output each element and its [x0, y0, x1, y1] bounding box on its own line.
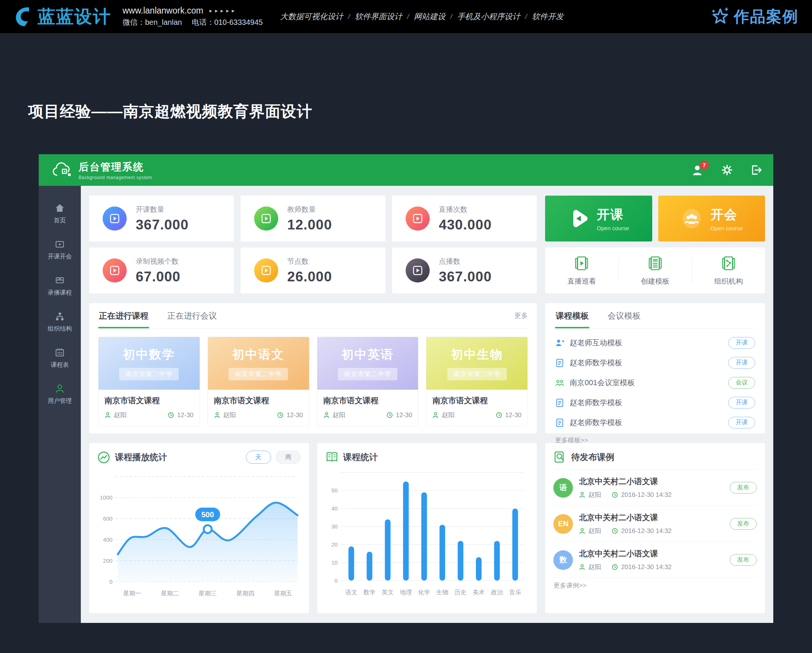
organization-icon: [720, 255, 737, 272]
play-video-icon: [261, 265, 272, 276]
course-teacher: 赵阳: [223, 411, 236, 419]
clock-icon: [168, 412, 174, 418]
publish-item: 数 北京中关村二小语文课 赵阳 2016-12-30 14:32 发布: [553, 542, 757, 578]
publish-pill[interactable]: 发布: [730, 482, 757, 494]
clock-icon: [612, 528, 618, 534]
tab-course-templates[interactable]: 课程模板: [555, 303, 589, 328]
svg-text:500: 500: [201, 511, 214, 519]
person-icon: [579, 528, 585, 534]
shortcut-live-patrol[interactable]: 直播巡看: [545, 248, 618, 294]
svg-text:美术: 美术: [473, 589, 485, 595]
svg-text:30: 30: [331, 523, 337, 530]
course-stats-panel: 课程统计 01020304050语文数学英文地理化学生物历史美术政治音乐: [317, 443, 537, 613]
stat-card-nodes: 节点数 26.000: [241, 248, 385, 294]
open-course-pill[interactable]: 开课: [728, 357, 755, 369]
bar-chart-svg: 01020304050语文数学英文地理化学生物历史美术政治音乐: [325, 466, 529, 600]
open-course-label: 开课: [597, 206, 629, 223]
gear-icon: [721, 164, 733, 176]
tab-meeting-templates[interactable]: 会议模板: [607, 303, 641, 328]
nav-item-software-ui[interactable]: 软件界面设计: [355, 11, 402, 22]
nav-separator: /: [343, 13, 355, 21]
svg-text:历史: 历史: [455, 589, 467, 595]
meeting-room-icon: [555, 378, 565, 388]
cloud-logo-icon: [50, 161, 73, 179]
course-banner-title: 初中生物: [451, 346, 504, 363]
settings-button[interactable]: [721, 164, 733, 176]
logout-button[interactable]: [751, 164, 762, 176]
create-template-icon: [647, 255, 664, 272]
open-meeting-button[interactable]: 开会 Open course: [658, 196, 765, 242]
sidebar-item-open-course-meeting[interactable]: 开课开会: [39, 232, 81, 268]
site-url: www.lanlanwork.com: [122, 6, 203, 16]
open-course-pill[interactable]: 开课: [728, 417, 755, 428]
stat-label: 录制视频个数: [136, 257, 180, 266]
phone-label: 电话：010-63334945: [192, 17, 263, 28]
sidebar-item-user-management[interactable]: 用户管理: [39, 376, 81, 412]
toggle-week[interactable]: 周: [276, 451, 301, 464]
sidebar-item-home[interactable]: 首页: [39, 196, 81, 232]
lesson-datetime: 2016-12-30 14:32: [621, 528, 672, 535]
course-card-english[interactable]: 初中英语 南京市第二中学 南京市语文课程 赵阳 12-30: [317, 336, 419, 426]
nav-separator: /: [446, 13, 457, 21]
course-card-math[interactable]: 初中数学 南京市第二中学 南京市语文课程 赵阳 12-30: [98, 336, 200, 426]
nav-item-bigdata[interactable]: 大数据可视化设计: [280, 11, 343, 22]
site-logo: 蓝蓝设计: [14, 5, 111, 29]
open-meeting-sublabel: Open course: [710, 225, 743, 231]
calendar-icon: [55, 347, 65, 358]
play-video-icon: [412, 265, 423, 276]
play-stats-panel: 课程播放统计 天 周 02004006001000星期一星期二星期三星期四星期五…: [89, 443, 309, 613]
svg-text:0: 0: [334, 577, 337, 584]
course-teacher: 赵阳: [442, 411, 455, 419]
shortcut-organization[interactable]: 组织机构: [692, 248, 765, 294]
course-time: 12-30: [505, 411, 521, 419]
tab-ongoing-courses[interactable]: 正在进行课程: [98, 303, 149, 328]
publish-pill[interactable]: 发布: [730, 554, 757, 566]
course-name: 南京市语文课程: [104, 395, 194, 406]
meeting-people-icon: [681, 207, 703, 230]
nav-item-website[interactable]: 网站建设: [414, 11, 446, 22]
svg-text:星期三: 星期三: [198, 590, 217, 596]
course-banner-title: 初中英语: [341, 346, 394, 363]
open-course-pill[interactable]: 开课: [728, 397, 755, 408]
dashboard-subtitle: Background management system: [79, 175, 152, 180]
stat-card-recorded-videos: 录制视频个数 67.000: [89, 248, 234, 294]
course-teacher: 赵阳: [333, 411, 345, 419]
svg-text:化学: 化学: [418, 589, 430, 595]
sidebar-item-schedule[interactable]: 课程表: [39, 340, 81, 376]
org-chart-icon: [55, 311, 65, 322]
open-course-pill[interactable]: 开课: [728, 337, 755, 349]
person-icon: [579, 564, 585, 570]
sidebar-item-organization[interactable]: 组织结构: [39, 304, 81, 340]
stat-value: 430.000: [439, 217, 492, 233]
more-link[interactable]: 更多: [514, 311, 528, 320]
course-school-tag: 南京市第二中学: [119, 368, 179, 380]
shortcut-create-template[interactable]: 创建模板: [619, 248, 692, 294]
tab-ongoing-meetings[interactable]: 正在进行会议: [166, 303, 218, 328]
nav-item-mobile[interactable]: 手机及小程序设计: [457, 11, 520, 22]
lesson-title: 北京中关村二小语文课: [579, 476, 672, 487]
clock-icon: [277, 412, 284, 418]
template-row: 赵老师互动模板 开课: [555, 333, 755, 353]
publish-pill[interactable]: 发布: [730, 518, 757, 530]
svg-text:音乐: 音乐: [509, 589, 521, 595]
templates-panel: 课程模板 会议模板 赵老师互动模板 开课 赵老师数学模板 开课: [545, 303, 765, 433]
sidebar-label: 开课开会: [48, 253, 72, 261]
more-lessons-link[interactable]: 更多课例>>: [553, 581, 757, 590]
document-icon: [555, 358, 565, 368]
open-course-button[interactable]: 开课 Open course: [545, 196, 652, 242]
video-icon: [55, 239, 65, 249]
site-header: 蓝蓝设计 www.lanlanwork.com ►►►►► 微信：ben_lan…: [0, 0, 812, 33]
subject-badge: EN: [553, 514, 573, 534]
course-card-biology[interactable]: 初中生物 南京市第二中学 南京市语文课程 赵阳 12-30: [426, 336, 528, 426]
nav-item-dev[interactable]: 软件开发: [532, 11, 563, 22]
sidebar-item-recorded-courses[interactable]: 录播课程: [39, 268, 81, 304]
svg-text:星期二: 星期二: [161, 590, 179, 596]
toggle-day[interactable]: 天: [246, 451, 271, 464]
meeting-pill[interactable]: 会议: [728, 377, 755, 388]
user-account-button[interactable]: 7: [692, 164, 704, 176]
svg-text:10: 10: [331, 559, 337, 566]
template-name: 赵老师数学模板: [569, 358, 622, 368]
sidebar-label: 课程表: [51, 361, 69, 369]
course-card-chinese[interactable]: 初中语文 南京市第二中学 南京市语文课程 赵阳 12-30: [208, 336, 309, 426]
portfolio-link[interactable]: 作品案例: [711, 6, 798, 27]
